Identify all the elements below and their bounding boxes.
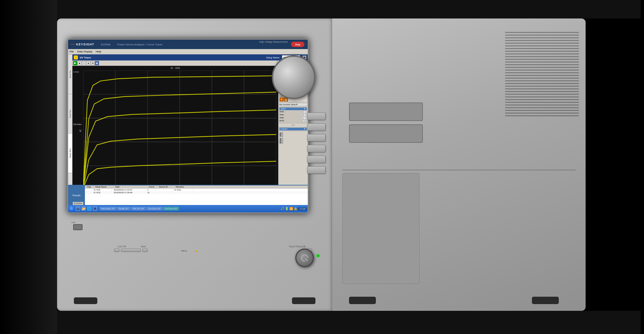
res-row1-flag <box>85 189 92 191</box>
bg-bottom <box>57 311 641 334</box>
y-label-mid: 150 A/div. <box>73 123 82 125</box>
tray-icon-4[interactable]: 🔒 <box>294 207 297 210</box>
res-col-flag: Flag <box>85 185 93 188</box>
tab-quick-test[interactable]: Quick Test <box>68 54 72 94</box>
chassis-foot-left <box>349 297 376 304</box>
bg-right <box>641 0 644 334</box>
vent-31 <box>505 113 579 114</box>
graph-title: IC - VCE <box>72 67 278 69</box>
power-icon <box>299 253 310 263</box>
menu-file[interactable]: File <box>69 50 74 53</box>
taskbar-time: 17:23 <box>298 207 307 210</box>
power-button[interactable] <box>295 249 314 267</box>
tab-tracer-test[interactable]: Tracer Test <box>68 94 72 134</box>
display-btn[interactable]: ▣ <box>95 61 99 65</box>
iv-trace-icon: i <box>74 55 78 59</box>
res-row1-setup: IC-VCE <box>92 189 112 191</box>
vent-11 <box>505 59 579 60</box>
graph-svg <box>83 71 276 190</box>
model-subtitle: Power Device Analyser / Curve Tracer <box>117 43 162 46</box>
var2-nos-row: NOS: 10 <box>280 120 307 122</box>
vent-4 <box>505 40 579 41</box>
lcd-off-label: LCD Off <box>117 245 126 248</box>
const-expand[interactable]: ▼ <box>304 128 306 130</box>
menu-help[interactable]: Help <box>96 50 101 53</box>
device-id-icon[interactable]: ⊕ <box>280 97 284 101</box>
res-row1-date: 2012/02/20 17:22:57 <box>112 189 145 191</box>
var2-expand[interactable]: ▼ <box>304 108 306 110</box>
run-btn[interactable]: ▶ <box>73 61 77 65</box>
vent-20 <box>505 83 579 84</box>
vent-10 <box>505 56 579 57</box>
vent-26 <box>505 99 579 100</box>
toolbar-btn-1[interactable]: ■ <box>78 61 82 65</box>
taskbar-icon-2[interactable]: 📂 <box>81 206 86 211</box>
tab-classic-test[interactable]: Classic Test | <box>68 133 72 173</box>
auto-label: Auto <box>141 245 146 248</box>
toolbar-btn-2[interactable]: □ <box>82 61 86 65</box>
res-row2-device <box>155 191 172 194</box>
ctrl-btn-1[interactable] <box>114 249 119 252</box>
front-btn-1[interactable] <box>307 113 326 120</box>
recall-btn[interactable]: Recall <box>279 138 283 144</box>
power-stem <box>305 258 308 261</box>
start-orb[interactable] <box>69 206 75 211</box>
var2-stop-row: Stop: 15 V <box>280 114 307 116</box>
save-recall-area: Save Recall <box>279 132 307 144</box>
status-smu-zero[interactable]: SMU Zero OFF <box>131 207 146 210</box>
vent-14 <box>505 67 579 68</box>
front-btn-2[interactable] <box>307 123 326 131</box>
var2-title: VAR2 <box>281 108 286 110</box>
lock-symbol: 🔒 <box>195 249 198 252</box>
tray-icon-2[interactable]: 🔋 <box>285 207 289 210</box>
bg-top <box>57 0 641 18</box>
front-btn-4[interactable] <box>307 145 326 152</box>
measurement-titlebar: i I/V Trace Setup Name: ▼ <box>72 54 308 60</box>
vent-32 <box>505 115 579 116</box>
taskbar-icon-3[interactable]: 🌐 <box>87 206 92 211</box>
var2-start-value[interactable]: 6 V <box>302 111 307 113</box>
tray-icon-3[interactable]: 📶 <box>289 207 293 210</box>
graph-toolbar: ▶ ■ □ ◈ ⊞ ▣ 🔍 ⚙ <box>72 60 308 66</box>
var2-start-row: Start: 6 V <box>280 111 307 113</box>
favorite-setup-btn[interactable]: My Favorite Setup▼ <box>279 103 307 106</box>
vent-15 <box>505 70 579 71</box>
expand-arrows[interactable]: »» <box>279 124 308 127</box>
res-row1-count: 1 <box>145 189 155 191</box>
taskbar-icon-1[interactable]: 🗂 <box>76 206 80 211</box>
vent-22 <box>505 88 579 89</box>
taskbar-icon-4[interactable]: ⚙ <box>93 206 97 211</box>
var2-step-value[interactable]: 1 V <box>302 117 307 119</box>
hw-voltage-label: High Voltage Measurement <box>259 40 288 43</box>
drive-bay-2 <box>349 124 423 143</box>
ctrl-btn-menu[interactable] <box>142 249 148 252</box>
var2-stop-value[interactable]: 15 V <box>301 114 307 116</box>
toolbar-btn-3[interactable]: ◈ <box>86 61 90 65</box>
front-btn-6[interactable] <box>307 166 326 174</box>
menubar: File Data Display Help <box>68 49 308 54</box>
ctrl-btn-row[interactable] <box>121 249 141 252</box>
status-standby[interactable]: Standby OFF <box>117 207 131 210</box>
toolbar-btn-4[interactable]: ⊞ <box>91 61 95 65</box>
res-col-setup: Setup Name <box>93 185 113 188</box>
rubber-foot-left <box>74 297 97 304</box>
status-auto-export[interactable]: Auto Export OFF <box>147 207 163 210</box>
usb-port[interactable] <box>73 224 83 230</box>
chassis-vents-right <box>505 32 579 116</box>
chassis-divider <box>342 170 576 170</box>
front-btn-5[interactable] <box>307 156 326 163</box>
window-title: I/V Trace <box>80 56 91 59</box>
menu-data-display[interactable]: Data Display <box>77 50 92 53</box>
stop-button[interactable]: Stop <box>291 42 304 47</box>
y-axis-title: IC <box>79 130 82 132</box>
vent-5 <box>505 43 579 44</box>
status-multi-display[interactable]: Multi Display OFF <box>100 207 116 210</box>
tray-icon-1[interactable]: 🔊 <box>281 207 284 210</box>
vent-16 <box>505 72 579 73</box>
front-btn-3[interactable] <box>307 134 326 141</box>
main-knob[interactable] <box>272 55 315 99</box>
status-auto-record[interactable]: Auto Record ON <box>163 207 179 210</box>
save-btn[interactable]: Save <box>279 132 283 137</box>
var2-nos-value[interactable]: 10 <box>303 120 307 122</box>
vent-12 <box>505 61 579 62</box>
